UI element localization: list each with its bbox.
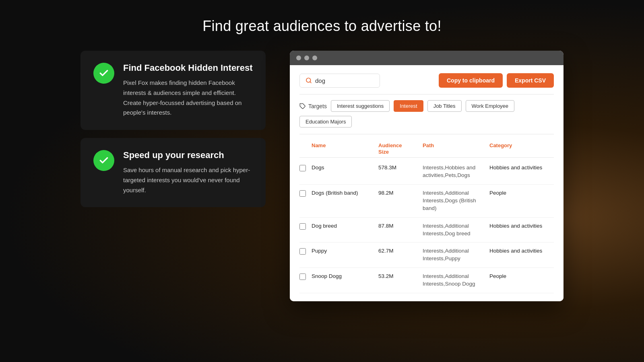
- check-icon-find: [93, 63, 114, 84]
- cell-audience-0: 578.3M: [378, 164, 423, 172]
- col-header-path: Path: [423, 142, 489, 155]
- col-header-checkbox: [299, 142, 312, 155]
- table-header: Name AudienceSize Path Category: [299, 140, 554, 158]
- page: Find great audiences to advertise to! Fi…: [0, 0, 644, 362]
- cell-category-1: People: [489, 189, 554, 197]
- cell-category-2: Hobbies and activities: [489, 222, 554, 230]
- table-row: Dogs (British band) 98.2M Interests,Addi…: [299, 185, 554, 218]
- filter-work-employee[interactable]: Work Employee: [466, 100, 515, 112]
- table-row: Puppy 62.7M Interests,Additional Interes…: [299, 243, 554, 268]
- search-box[interactable]: dog: [299, 74, 380, 88]
- browser-dot-3: [312, 56, 317, 60]
- svg-line-1: [310, 82, 311, 83]
- cell-name-1: Dogs (British band): [312, 189, 378, 197]
- cell-path-3: Interests,Additional Interests,Puppy: [423, 247, 489, 263]
- col-header-category: Category: [489, 142, 554, 155]
- cell-category-0: Hobbies and activities: [489, 164, 554, 172]
- cell-category-3: Hobbies and activities: [489, 247, 554, 255]
- table-row: Snoop Dogg 53.2M Interests,Additional In…: [299, 268, 554, 293]
- browser-dot-1: [296, 56, 301, 60]
- feature-text-speed: Speed up your research Save hours of man…: [123, 150, 253, 195]
- browser-mockup: dog Copy to clipboard Export CSV: [290, 51, 564, 301]
- cell-audience-3: 62.7M: [378, 247, 423, 255]
- cell-path-2: Interests,Additional Interests,Dog breed: [423, 222, 489, 238]
- cell-category-4: People: [489, 273, 554, 280]
- cell-name-2: Dog breed: [312, 222, 378, 230]
- browser-titlebar: [290, 51, 564, 65]
- targets-label: Targets: [299, 103, 327, 109]
- cell-audience-2: 87.8M: [378, 222, 423, 230]
- action-buttons: Copy to clipboard Export CSV: [439, 73, 554, 88]
- cell-name-0: Dogs: [312, 164, 378, 172]
- main-content: Find Facebook Hidden Interest Pixel Fox …: [80, 51, 564, 301]
- browser-dot-2: [304, 56, 309, 60]
- app-content: dog Copy to clipboard Export CSV: [290, 65, 564, 301]
- divider-2: [299, 134, 554, 134]
- row-checkbox-0[interactable]: [299, 165, 306, 171]
- filter-interest[interactable]: Interest: [394, 100, 423, 112]
- col-header-audience: AudienceSize: [378, 142, 423, 155]
- page-title: Find great audiences to advertise to!: [202, 18, 441, 35]
- feature-heading-find: Find Facebook Hidden Interest: [123, 63, 253, 73]
- export-csv-button[interactable]: Export CSV: [507, 73, 554, 88]
- cell-audience-1: 98.2M: [378, 189, 423, 197]
- cell-path-1: Interests,Additional Interests,Dogs (Bri…: [423, 189, 489, 212]
- row-checkbox-1[interactable]: [299, 190, 306, 197]
- search-row: dog Copy to clipboard Export CSV: [299, 73, 554, 88]
- cell-audience-4: 53.2M: [378, 273, 423, 280]
- cell-path-0: Interests,Hobbies and activities,Pets,Do…: [423, 164, 489, 179]
- cell-path-4: Interests,Additional Interests,Snoop Dog…: [423, 273, 489, 288]
- cell-name-4: Snoop Dogg: [312, 273, 378, 280]
- filter-interest-suggestions[interactable]: Interest suggestions: [331, 100, 390, 112]
- feature-card-find: Find Facebook Hidden Interest Pixel Fox …: [80, 51, 266, 130]
- check-icon-speed: [93, 150, 114, 171]
- filter-education-majors[interactable]: Education Majors: [299, 116, 352, 128]
- col-header-name: Name: [312, 142, 378, 155]
- search-value: dog: [315, 77, 325, 84]
- row-checkbox-3[interactable]: [299, 248, 306, 255]
- filter-job-titles[interactable]: Job Titles: [427, 100, 462, 112]
- copy-to-clipboard-button[interactable]: Copy to clipboard: [439, 73, 503, 88]
- feature-card-speed: Speed up your research Save hours of man…: [80, 138, 266, 207]
- row-checkbox-4[interactable]: [299, 274, 306, 280]
- feature-body-speed: Save hours of manual research and pick h…: [123, 165, 253, 195]
- left-column: Find Facebook Hidden Interest Pixel Fox …: [80, 51, 266, 207]
- search-icon: [305, 77, 312, 84]
- table-row: Dogs 578.3M Interests,Hobbies and activi…: [299, 159, 554, 185]
- table-row: Dog breed 87.8M Interests,Additional Int…: [299, 218, 554, 243]
- divider-1: [299, 94, 554, 95]
- cell-name-3: Puppy: [312, 247, 378, 255]
- table-body: Dogs 578.3M Interests,Hobbies and activi…: [299, 159, 554, 293]
- targets-row: Targets Interest suggestions Interest Jo…: [299, 100, 554, 128]
- row-checkbox-2[interactable]: [299, 223, 306, 230]
- feature-text-find: Find Facebook Hidden Interest Pixel Fox …: [123, 63, 253, 118]
- tag-icon: [299, 103, 306, 109]
- feature-body-find: Pixel Fox makes finding hidden Facebook …: [123, 78, 253, 118]
- feature-heading-speed: Speed up your research: [123, 150, 253, 160]
